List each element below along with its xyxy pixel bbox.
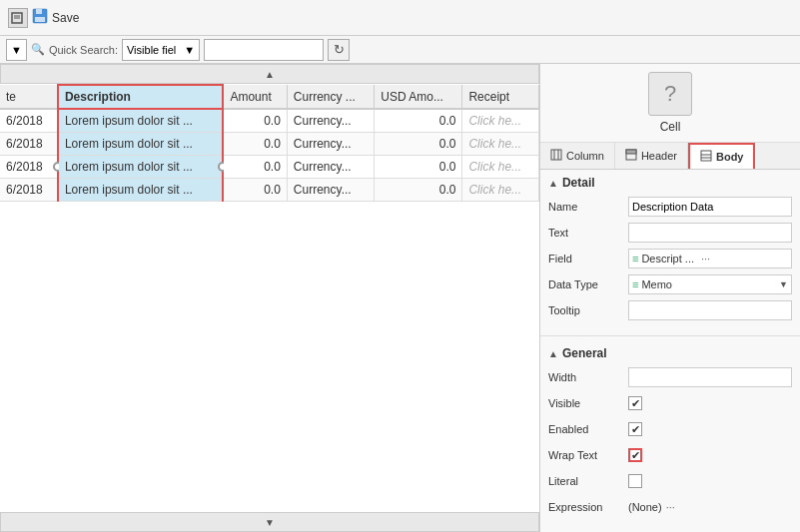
field-select-btn[interactable]: ≡ Descript ... ··· <box>628 249 792 268</box>
detail-collapse-arrow[interactable]: ▲ <box>548 178 558 189</box>
svg-rect-6 <box>551 150 561 160</box>
detail-section-header: ▲ Detail <box>548 176 792 190</box>
prop-literal-label: Literal <box>548 475 628 487</box>
col-header-receipt[interactable]: Receipt <box>462 85 539 109</box>
cell-currency: Currency... <box>287 179 374 202</box>
literal-checkbox[interactable] <box>628 474 642 488</box>
search-input[interactable] <box>204 39 324 61</box>
datatype-arrow: ▼ <box>779 279 788 289</box>
prop-width-value <box>628 367 792 387</box>
save-icon <box>32 8 48 27</box>
tab-header-label: Header <box>641 150 677 162</box>
cell-receipt[interactable]: Click he... <box>462 156 539 179</box>
divider <box>540 335 800 336</box>
prop-datatype-row: Data Type ≡ Memo ▼ <box>548 273 792 295</box>
refresh-icon: ↻ <box>334 42 345 57</box>
tab-body-label: Body <box>716 151 744 163</box>
body-tab-icon <box>700 150 712 164</box>
datatype-icon: ≡ <box>632 278 638 290</box>
col-header-date[interactable]: te <box>0 85 58 109</box>
prop-datatype-label: Data Type <box>548 278 628 290</box>
top-bar: Save <box>0 0 800 36</box>
data-table: te Description Amount Currency ... USD A… <box>0 84 539 532</box>
cell-receipt[interactable]: Click he... <box>462 109 539 133</box>
visible-field-select[interactable]: Visible fiel ▼ <box>122 39 200 61</box>
save-button[interactable]: Save <box>32 8 79 27</box>
prop-visible-row: Visible ✔ <box>548 392 792 414</box>
col-header-amount[interactable]: Amount <box>223 85 287 109</box>
tooltip-input[interactable] <box>628 300 792 320</box>
prop-name-label: Name <box>548 201 628 213</box>
prop-wraptext-row: Wrap Text ✔ <box>548 444 792 466</box>
toolbar-row: ▼ 🔍 Quick Search: Visible fiel ▼ ↻ <box>0 36 800 64</box>
prop-field-value: ≡ Descript ... ··· <box>628 249 792 268</box>
column-tab-icon <box>550 149 562 163</box>
cell-desc: Lorem ipsum dolor sit ... <box>58 109 224 133</box>
prop-tooltip-label: Tooltip <box>548 304 628 316</box>
cell-desc: Lorem ipsum dolor sit ... <box>58 133 224 156</box>
tab-header[interactable]: Header <box>615 143 688 169</box>
cell-currency: Currency... <box>287 109 374 133</box>
scroll-up-button[interactable]: ▲ <box>0 64 539 84</box>
width-input[interactable] <box>628 367 792 387</box>
col-header-usd[interactable]: USD Amo... <box>375 85 462 109</box>
prop-datatype-value: ≡ Memo ▼ <box>628 274 792 294</box>
col-header-currency[interactable]: Currency ... <box>287 85 374 109</box>
prop-expression-value: (None) ··· <box>628 497 792 517</box>
prop-tooltip-row: Tooltip <box>548 299 792 321</box>
visible-checkbox[interactable]: ✔ <box>628 396 642 410</box>
tab-column-label: Column <box>566 150 604 162</box>
name-input[interactable] <box>628 197 792 217</box>
svg-rect-5 <box>35 17 45 22</box>
scroll-down-button[interactable]: ▼ <box>0 512 539 532</box>
tab-column[interactable]: Column <box>540 143 615 169</box>
wrap-text-checkbox[interactable]: ✔ <box>628 448 642 462</box>
cell-amount: 0.0 <box>223 109 287 133</box>
cell-receipt[interactable]: Click he... <box>462 133 539 156</box>
enabled-checkbox[interactable]: ✔ <box>628 422 642 436</box>
cell-receipt[interactable]: Click he... <box>462 179 539 202</box>
field-dots: ··· <box>701 253 710 265</box>
table-row: 6/2018 Lorem ipsum dolor sit ... 0.0 Cur… <box>0 156 539 179</box>
expression-select[interactable]: (None) ··· <box>628 497 792 517</box>
quick-search-label: 🔍 Quick Search: <box>31 43 118 56</box>
cell-usd: 0.0 <box>375 179 462 202</box>
tab-row: Column Header Body <box>540 143 800 170</box>
table-row: 6/2018 Lorem ipsum dolor sit ... 0.0 Cur… <box>0 133 539 156</box>
refresh-button[interactable]: ↻ <box>328 39 350 61</box>
cell-usd: 0.0 <box>375 156 462 179</box>
detail-section: ▲ Detail Name Text Field <box>540 170 800 331</box>
text-input[interactable] <box>628 223 792 243</box>
prop-width-label: Width <box>548 371 628 383</box>
cell-currency: Currency... <box>287 156 374 179</box>
save-label: Save <box>52 11 79 25</box>
prop-wraptext-value: ✔ <box>628 448 792 462</box>
left-panel: ▲ te Description Amount Currency ... USD… <box>0 64 540 532</box>
dropdown-arrow: ▼ <box>11 44 22 56</box>
prop-expression-row: Expression (None) ··· <box>548 496 792 518</box>
prop-enabled-row: Enabled ✔ <box>548 418 792 440</box>
tab-body[interactable]: Body <box>688 143 756 169</box>
svg-rect-11 <box>701 151 711 161</box>
cell-label: Cell <box>660 120 681 134</box>
prop-wraptext-label: Wrap Text <box>548 449 628 461</box>
field-icon: ≡ <box>632 253 638 265</box>
view-dropdown[interactable]: ▼ <box>6 39 27 61</box>
prop-field-label: Field <box>548 253 628 265</box>
cell-currency: Currency... <box>287 133 374 156</box>
general-collapse-arrow[interactable]: ▲ <box>548 348 558 359</box>
app-icon <box>8 8 28 28</box>
prop-text-row: Text <box>548 222 792 244</box>
prop-name-value <box>628 197 792 217</box>
cell-amount: 0.0 <box>223 156 287 179</box>
prop-literal-row: Literal <box>548 470 792 492</box>
col-header-description[interactable]: Description <box>58 85 224 109</box>
cell-icon: ? <box>648 72 692 116</box>
right-panel: ? Cell Column Header Body <box>540 64 800 532</box>
search-icon: 🔍 <box>31 43 45 56</box>
datatype-select[interactable]: ≡ Memo ▼ <box>628 274 792 294</box>
prop-enabled-label: Enabled <box>548 423 628 435</box>
cell-date: 6/2018 <box>0 133 58 156</box>
prop-literal-value <box>628 474 792 488</box>
cell-date: 6/2018 <box>0 109 58 133</box>
